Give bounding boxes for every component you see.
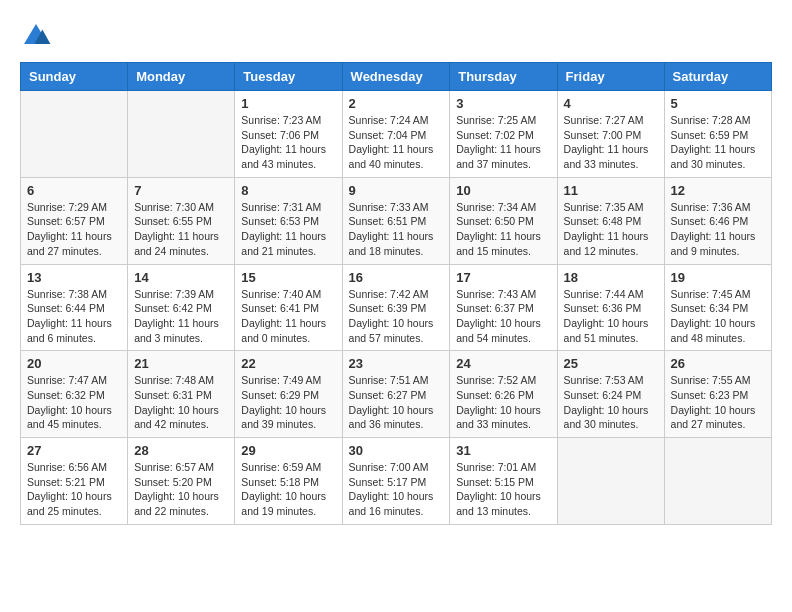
day-number: 30 [349,443,444,458]
calendar-cell: 9Sunrise: 7:33 AMSunset: 6:51 PMDaylight… [342,177,450,264]
column-header-saturday: Saturday [664,63,771,91]
day-number: 3 [456,96,550,111]
day-number: 1 [241,96,335,111]
calendar-week-row: 6Sunrise: 7:29 AMSunset: 6:57 PMDaylight… [21,177,772,264]
calendar-table: SundayMondayTuesdayWednesdayThursdayFrid… [20,62,772,525]
day-number: 17 [456,270,550,285]
column-header-sunday: Sunday [21,63,128,91]
column-header-monday: Monday [128,63,235,91]
day-info: Sunrise: 7:24 AMSunset: 7:04 PMDaylight:… [349,113,444,172]
calendar-cell: 19Sunrise: 7:45 AMSunset: 6:34 PMDayligh… [664,264,771,351]
day-info: Sunrise: 7:28 AMSunset: 6:59 PMDaylight:… [671,113,765,172]
logo [20,20,58,52]
day-number: 8 [241,183,335,198]
day-number: 7 [134,183,228,198]
day-info: Sunrise: 7:45 AMSunset: 6:34 PMDaylight:… [671,287,765,346]
calendar-cell [128,91,235,178]
day-info: Sunrise: 7:52 AMSunset: 6:26 PMDaylight:… [456,373,550,432]
calendar-cell: 10Sunrise: 7:34 AMSunset: 6:50 PMDayligh… [450,177,557,264]
day-number: 16 [349,270,444,285]
calendar-cell: 18Sunrise: 7:44 AMSunset: 6:36 PMDayligh… [557,264,664,351]
day-number: 12 [671,183,765,198]
day-number: 15 [241,270,335,285]
day-number: 28 [134,443,228,458]
calendar-cell: 8Sunrise: 7:31 AMSunset: 6:53 PMDaylight… [235,177,342,264]
column-header-wednesday: Wednesday [342,63,450,91]
day-number: 11 [564,183,658,198]
day-info: Sunrise: 7:30 AMSunset: 6:55 PMDaylight:… [134,200,228,259]
logo-icon [20,20,52,52]
day-info: Sunrise: 7:39 AMSunset: 6:42 PMDaylight:… [134,287,228,346]
day-number: 5 [671,96,765,111]
day-info: Sunrise: 7:48 AMSunset: 6:31 PMDaylight:… [134,373,228,432]
day-number: 9 [349,183,444,198]
column-header-friday: Friday [557,63,664,91]
calendar-cell: 2Sunrise: 7:24 AMSunset: 7:04 PMDaylight… [342,91,450,178]
day-info: Sunrise: 7:36 AMSunset: 6:46 PMDaylight:… [671,200,765,259]
calendar-cell: 15Sunrise: 7:40 AMSunset: 6:41 PMDayligh… [235,264,342,351]
day-info: Sunrise: 7:00 AMSunset: 5:17 PMDaylight:… [349,460,444,519]
calendar-cell: 4Sunrise: 7:27 AMSunset: 7:00 PMDaylight… [557,91,664,178]
calendar-week-row: 13Sunrise: 7:38 AMSunset: 6:44 PMDayligh… [21,264,772,351]
day-info: Sunrise: 7:42 AMSunset: 6:39 PMDaylight:… [349,287,444,346]
calendar-cell [664,438,771,525]
column-header-tuesday: Tuesday [235,63,342,91]
calendar-cell: 27Sunrise: 6:56 AMSunset: 5:21 PMDayligh… [21,438,128,525]
day-number: 29 [241,443,335,458]
day-info: Sunrise: 7:35 AMSunset: 6:48 PMDaylight:… [564,200,658,259]
calendar-cell: 29Sunrise: 6:59 AMSunset: 5:18 PMDayligh… [235,438,342,525]
calendar-cell: 20Sunrise: 7:47 AMSunset: 6:32 PMDayligh… [21,351,128,438]
day-number: 27 [27,443,121,458]
day-info: Sunrise: 7:43 AMSunset: 6:37 PMDaylight:… [456,287,550,346]
day-info: Sunrise: 7:53 AMSunset: 6:24 PMDaylight:… [564,373,658,432]
calendar-cell: 11Sunrise: 7:35 AMSunset: 6:48 PMDayligh… [557,177,664,264]
day-number: 6 [27,183,121,198]
day-number: 22 [241,356,335,371]
day-number: 13 [27,270,121,285]
calendar-cell: 28Sunrise: 6:57 AMSunset: 5:20 PMDayligh… [128,438,235,525]
day-info: Sunrise: 7:55 AMSunset: 6:23 PMDaylight:… [671,373,765,432]
column-header-thursday: Thursday [450,63,557,91]
calendar-cell [21,91,128,178]
calendar-cell: 24Sunrise: 7:52 AMSunset: 6:26 PMDayligh… [450,351,557,438]
day-info: Sunrise: 7:44 AMSunset: 6:36 PMDaylight:… [564,287,658,346]
day-info: Sunrise: 7:49 AMSunset: 6:29 PMDaylight:… [241,373,335,432]
day-info: Sunrise: 7:29 AMSunset: 6:57 PMDaylight:… [27,200,121,259]
day-number: 25 [564,356,658,371]
day-info: Sunrise: 6:57 AMSunset: 5:20 PMDaylight:… [134,460,228,519]
day-number: 14 [134,270,228,285]
day-number: 26 [671,356,765,371]
day-info: Sunrise: 7:31 AMSunset: 6:53 PMDaylight:… [241,200,335,259]
calendar-cell: 31Sunrise: 7:01 AMSunset: 5:15 PMDayligh… [450,438,557,525]
day-number: 19 [671,270,765,285]
day-info: Sunrise: 7:33 AMSunset: 6:51 PMDaylight:… [349,200,444,259]
calendar-cell: 17Sunrise: 7:43 AMSunset: 6:37 PMDayligh… [450,264,557,351]
header [20,20,772,52]
calendar-week-row: 1Sunrise: 7:23 AMSunset: 7:06 PMDaylight… [21,91,772,178]
day-number: 23 [349,356,444,371]
day-info: Sunrise: 7:25 AMSunset: 7:02 PMDaylight:… [456,113,550,172]
calendar-header-row: SundayMondayTuesdayWednesdayThursdayFrid… [21,63,772,91]
calendar-cell: 26Sunrise: 7:55 AMSunset: 6:23 PMDayligh… [664,351,771,438]
day-info: Sunrise: 6:59 AMSunset: 5:18 PMDaylight:… [241,460,335,519]
day-number: 10 [456,183,550,198]
calendar-cell: 1Sunrise: 7:23 AMSunset: 7:06 PMDaylight… [235,91,342,178]
day-info: Sunrise: 7:23 AMSunset: 7:06 PMDaylight:… [241,113,335,172]
calendar-cell: 14Sunrise: 7:39 AMSunset: 6:42 PMDayligh… [128,264,235,351]
calendar-cell: 22Sunrise: 7:49 AMSunset: 6:29 PMDayligh… [235,351,342,438]
calendar-week-row: 20Sunrise: 7:47 AMSunset: 6:32 PMDayligh… [21,351,772,438]
calendar-cell: 7Sunrise: 7:30 AMSunset: 6:55 PMDaylight… [128,177,235,264]
day-number: 31 [456,443,550,458]
day-number: 2 [349,96,444,111]
calendar-cell: 30Sunrise: 7:00 AMSunset: 5:17 PMDayligh… [342,438,450,525]
day-info: Sunrise: 7:01 AMSunset: 5:15 PMDaylight:… [456,460,550,519]
day-number: 21 [134,356,228,371]
calendar-cell: 6Sunrise: 7:29 AMSunset: 6:57 PMDaylight… [21,177,128,264]
day-info: Sunrise: 7:40 AMSunset: 6:41 PMDaylight:… [241,287,335,346]
day-info: Sunrise: 7:38 AMSunset: 6:44 PMDaylight:… [27,287,121,346]
calendar-cell: 13Sunrise: 7:38 AMSunset: 6:44 PMDayligh… [21,264,128,351]
calendar-cell: 16Sunrise: 7:42 AMSunset: 6:39 PMDayligh… [342,264,450,351]
day-info: Sunrise: 6:56 AMSunset: 5:21 PMDaylight:… [27,460,121,519]
calendar-cell: 21Sunrise: 7:48 AMSunset: 6:31 PMDayligh… [128,351,235,438]
day-info: Sunrise: 7:34 AMSunset: 6:50 PMDaylight:… [456,200,550,259]
